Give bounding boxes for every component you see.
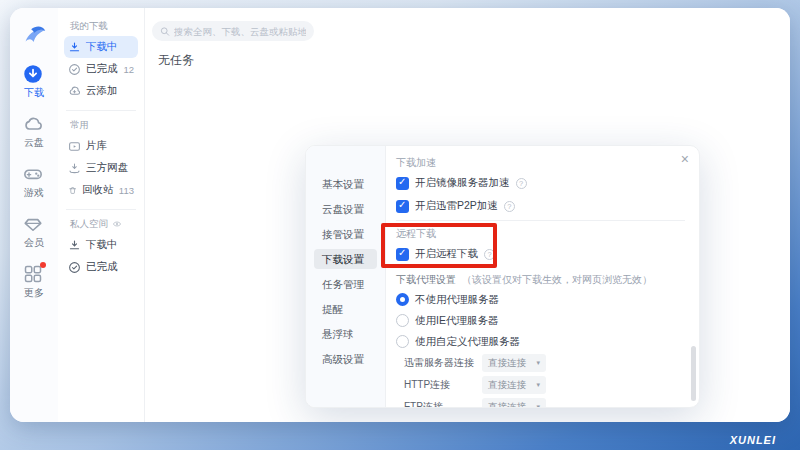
select-label: 迅雷服务器连接 bbox=[404, 356, 482, 370]
cloud-icon bbox=[23, 114, 45, 134]
radio-row-ie-proxy: 使用IE代理服务器 bbox=[396, 312, 685, 329]
select-label: FTP连接 bbox=[404, 400, 482, 407]
sidebar-item-label: 回收站 bbox=[82, 183, 114, 197]
radio-unselected[interactable] bbox=[396, 335, 409, 348]
select-value: 直接连接 bbox=[488, 401, 526, 408]
settings-dialog: 基本设置 云盘设置 接管设置 下载设置 任务管理 提醒 悬浮球 高级设置 × 下… bbox=[305, 145, 700, 408]
checkbox-row-remote-download: 开启远程下载 ? bbox=[396, 245, 685, 263]
sidebar-section-header: 常用 bbox=[64, 119, 138, 135]
settings-content: 下载加速 开启镜像服务器加速 ? 开启迅雷P2P加速 ? 远程下载 开启远程下载… bbox=[386, 146, 699, 407]
settings-tab-task[interactable]: 任务管理 bbox=[314, 274, 377, 299]
checkbox-checked[interactable] bbox=[396, 248, 409, 261]
checkbox-label: 开启迅雷P2P加速 bbox=[415, 199, 498, 213]
connection-select[interactable]: 直接连接 ▾ bbox=[482, 376, 546, 394]
connection-select[interactable]: 直接连接 ▾ bbox=[482, 398, 546, 407]
sidebar-item-label: 片库 bbox=[86, 139, 134, 153]
select-row-ftp-connection: FTP连接 直接连接 ▾ bbox=[404, 398, 685, 407]
radio-row-no-proxy: 不使用代理服务器 bbox=[396, 291, 685, 308]
section-title-proxy: 下载代理设置 bbox=[396, 273, 456, 287]
content-divider bbox=[396, 220, 685, 221]
settings-tab-floatball[interactable]: 悬浮球 bbox=[314, 324, 377, 349]
settings-tab-takeover[interactable]: 接管设置 bbox=[314, 224, 377, 249]
sidebar-item-label: 三方网盘 bbox=[86, 161, 134, 175]
select-label: HTTP连接 bbox=[404, 378, 482, 392]
empty-state-text: 无任务 bbox=[158, 52, 194, 69]
check-circle-icon bbox=[68, 261, 81, 274]
sidebar-item-private-downloading[interactable]: 下载中 bbox=[64, 234, 138, 256]
gamepad-icon bbox=[23, 164, 45, 184]
settings-menu: 基本设置 云盘设置 接管设置 下载设置 任务管理 提醒 悬浮球 高级设置 bbox=[306, 146, 386, 407]
checkbox-row-p2p-accel: 开启迅雷P2P加速 ? bbox=[396, 197, 685, 215]
page-background: 下载 云盘 游戏 会员 bbox=[0, 0, 800, 450]
section-title-accel: 下载加速 bbox=[396, 156, 685, 170]
xunlei-wordmark: XUNLEI bbox=[730, 434, 776, 446]
sidebar-item-third-party-disk[interactable]: 三方网盘 bbox=[64, 157, 138, 179]
checkbox-checked[interactable] bbox=[396, 200, 409, 213]
radio-label: 不使用代理服务器 bbox=[415, 293, 499, 307]
checkbox-checked[interactable] bbox=[396, 177, 409, 190]
settings-tab-download[interactable]: 下载设置 bbox=[314, 249, 377, 269]
left-rail: 下载 云盘 游戏 会员 bbox=[10, 8, 58, 422]
xunlei-logo-icon bbox=[19, 18, 49, 48]
settings-tab-cloud[interactable]: 云盘设置 bbox=[314, 199, 377, 224]
radio-unselected[interactable] bbox=[396, 314, 409, 327]
sidebar-item-label: 云添加 bbox=[86, 84, 134, 98]
sidebar-item-cloud-add[interactable]: 云添加 bbox=[64, 80, 138, 102]
sidebar-item-label: 下载中 bbox=[86, 40, 134, 54]
cloud-add-icon bbox=[68, 85, 81, 98]
radio-selected[interactable] bbox=[396, 293, 409, 306]
help-icon[interactable]: ? bbox=[504, 201, 515, 212]
sidebar-item-completed[interactable]: 已完成 12 bbox=[64, 58, 138, 80]
section-note-proxy: （该设置仅对下载生效，对网页浏览无效） bbox=[462, 273, 652, 287]
rail-item-label: 游戏 bbox=[10, 186, 58, 200]
eye-icon[interactable] bbox=[112, 219, 122, 229]
rail-item-label: 会员 bbox=[10, 236, 58, 250]
help-icon[interactable]: ? bbox=[484, 249, 495, 260]
search-input[interactable] bbox=[174, 26, 306, 37]
dialog-scrollbar[interactable] bbox=[691, 346, 696, 401]
checkbox-label: 开启镜像服务器加速 bbox=[415, 176, 510, 190]
sidebar-item-label: 已完成 bbox=[86, 260, 134, 274]
section-title-proxy-row: 下载代理设置 （该设置仅对下载生效，对网页浏览无效） bbox=[396, 273, 685, 287]
sidebar-item-label: 已完成 bbox=[86, 62, 118, 76]
settings-tab-basic[interactable]: 基本设置 bbox=[314, 174, 377, 199]
sidebar-item-film-library[interactable]: 片库 bbox=[64, 135, 138, 157]
trash-icon bbox=[68, 184, 77, 197]
sidebar-item-downloading[interactable]: 下载中 bbox=[64, 36, 138, 58]
sidebar-item-recycle-bin[interactable]: 回收站 113 bbox=[64, 179, 138, 201]
rail-item-vip[interactable]: 会员 bbox=[10, 214, 58, 250]
recycle-bin-count: 113 bbox=[119, 185, 134, 196]
film-icon bbox=[68, 140, 81, 153]
chevron-down-icon: ▾ bbox=[536, 403, 540, 407]
downloading-icon bbox=[68, 41, 81, 54]
rail-item-games[interactable]: 游戏 bbox=[10, 164, 58, 200]
select-row-http-connection: HTTP连接 直接连接 ▾ bbox=[404, 376, 685, 394]
sidebar-section-header: 私人空间 bbox=[64, 218, 138, 234]
search-bar[interactable] bbox=[152, 21, 314, 41]
rail-item-download[interactable]: 下载 bbox=[10, 64, 58, 100]
rail-item-label: 更多 bbox=[10, 286, 58, 300]
sidebar-divider bbox=[66, 110, 136, 111]
sidebar-section-header: 我的下载 bbox=[64, 20, 138, 36]
radio-row-custom-proxy: 使用自定义代理服务器 bbox=[396, 333, 685, 350]
select-value: 直接连接 bbox=[488, 357, 526, 370]
sidebar-item-private-completed[interactable]: 已完成 bbox=[64, 256, 138, 278]
download-circle-icon bbox=[23, 64, 45, 84]
check-circle-icon bbox=[68, 63, 81, 76]
rail-item-more[interactable]: 更多 bbox=[10, 264, 58, 300]
rail-item-cloud-disk[interactable]: 云盘 bbox=[10, 114, 58, 150]
downloading-icon bbox=[68, 239, 81, 252]
settings-tab-advanced[interactable]: 高级设置 bbox=[314, 349, 377, 374]
help-icon[interactable]: ? bbox=[516, 178, 527, 189]
select-value: 直接连接 bbox=[488, 379, 526, 392]
notification-dot bbox=[40, 262, 46, 268]
settings-tab-reminder[interactable]: 提醒 bbox=[314, 299, 377, 324]
gem-icon bbox=[23, 214, 45, 234]
checkbox-row-mirror-accel: 开启镜像服务器加速 ? bbox=[396, 174, 685, 192]
rail-item-label: 下载 bbox=[10, 86, 58, 100]
chevron-down-icon: ▾ bbox=[536, 381, 540, 389]
rail-item-label: 云盘 bbox=[10, 136, 58, 150]
search-icon bbox=[160, 26, 170, 37]
sidebar-divider bbox=[66, 209, 136, 210]
connection-select[interactable]: 直接连接 ▾ bbox=[482, 354, 546, 372]
